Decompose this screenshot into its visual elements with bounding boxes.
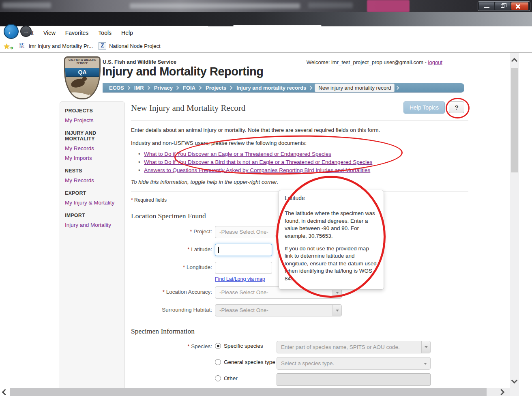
surrounding-habitat-label: Surrounding Habitat:: [131, 304, 215, 313]
breadcrumb: ECOS IMR Privacy FOIA Projects Injury an…: [103, 83, 464, 93]
chevron-down-icon: [425, 346, 428, 348]
sidebar-heading-export: EXPORT: [65, 190, 120, 196]
other-species-radio[interactable]: [215, 375, 221, 381]
window-restore-button[interactable]: [495, 2, 511, 10]
logo-qa-band: QA: [65, 68, 99, 77]
chevron-down-icon: [336, 310, 339, 312]
help-topics-button[interactable]: Help Topics: [403, 101, 445, 114]
chevron-right-icon: [175, 86, 179, 90]
breadcrumb-foia[interactable]: FOIA: [181, 85, 197, 91]
spacer: [131, 357, 215, 359]
fish-graphic: [69, 91, 90, 99]
sidebar-item-my-imports[interactable]: My Imports: [65, 155, 120, 161]
annotation-circle-help-button: [446, 98, 470, 118]
menu-bar: File Edit View Favorites Tools Help: [0, 26, 532, 39]
longitude-label: * Longitude:: [131, 262, 215, 270]
species-combobox[interactable]: Enter part of species name, SPITS or AOU…: [277, 341, 431, 353]
vertical-scrollbar-thumb[interactable]: [511, 68, 518, 172]
logo-artwork: [65, 77, 99, 99]
intro-paragraph-1: Enter details about an animal injury or …: [131, 127, 468, 133]
longitude-input[interactable]: [215, 262, 272, 274]
menu-item-view[interactable]: View: [43, 30, 56, 36]
dropdown-button[interactable]: [421, 341, 430, 353]
back-button[interactable]: ←: [4, 24, 19, 39]
specific-species-radio[interactable]: [215, 343, 221, 349]
fws-qa-logo: U.S. FISH & WILDLIFE SERVICE QA: [64, 56, 101, 99]
background-title-text: [308, 2, 353, 8]
breadcrumb-imr[interactable]: IMR: [133, 85, 146, 91]
logout-link[interactable]: logout: [428, 59, 442, 65]
add-favorite-icon[interactable]: ★ ➜: [3, 42, 12, 50]
chevron-right-icon: [229, 86, 233, 90]
specific-species-label: Specific species: [224, 343, 263, 349]
other-species-label: Other: [224, 375, 238, 381]
vertical-scrollbar[interactable]: [510, 53, 519, 388]
back-icon: ←: [7, 26, 16, 37]
ecos-favicon: ECOS: [18, 43, 26, 49]
text-cursor: [218, 247, 219, 253]
page-content: U.S. FISH & WILDLIFE SERVICE QA U.S. Fis…: [0, 53, 510, 388]
surrounding-habitat-select[interactable]: -Please Select One-: [215, 304, 342, 316]
menu-item-help[interactable]: Help: [121, 30, 133, 36]
project-label: * Project:: [131, 226, 215, 235]
sidebar-item-nest-records[interactable]: My Records: [65, 177, 120, 183]
screen: ← → ECOS https://ecos-qa.fws.doi.net/imr…: [0, 0, 532, 396]
dropdown-button[interactable]: [332, 305, 341, 316]
other-species-input[interactable]: [277, 373, 431, 386]
favorites-item-imr[interactable]: ECOS imr Injury and Mortality Pr...: [18, 43, 93, 49]
sidebar: PROJECTS My Projects INJURY AND MORTALIT…: [60, 101, 125, 388]
general-species-radio[interactable]: [215, 359, 221, 365]
horizontal-scrollbar-thumb[interactable]: [10, 388, 487, 396]
logo-org-text: U.S. FISH & WILDLIFE SERVICE: [65, 58, 99, 68]
find-latlong-map-link[interactable]: Find Lat/Long via map: [215, 276, 265, 282]
scroll-right-icon[interactable]: [498, 389, 505, 396]
chevron-down-icon: [424, 363, 427, 365]
window-minimize-button[interactable]: [478, 2, 495, 10]
sidebar-item-my-projects[interactable]: My Projects: [65, 117, 120, 123]
sidebar-item-import-injury-mortality[interactable]: Injury and Mortality: [65, 222, 120, 228]
spacer: [131, 373, 215, 376]
window-close-button[interactable]: [511, 2, 529, 10]
minimize-icon: [484, 7, 489, 8]
sidebar-heading-projects: PROJECTS: [65, 108, 120, 114]
general-species-label: General species type: [224, 359, 275, 365]
form-row-species-specific: * Species: Specific species Enter part o…: [131, 341, 468, 353]
sidebar-item-my-records[interactable]: My Records: [65, 145, 120, 151]
duck-graphic: [70, 78, 85, 89]
form-row-surrounding-habitat: Surrounding Habitat: -Please Select One-: [131, 304, 468, 316]
form-row-species-general: General species type Select a species ty…: [131, 357, 468, 370]
agency-name: U.S. Fish and Wildlife Service: [103, 59, 176, 65]
background-quick-access-toolbar: [2, 2, 51, 8]
latitude-label: * Latitude:: [131, 244, 215, 252]
menu-item-tools[interactable]: Tools: [98, 30, 112, 36]
breadcrumb-projects[interactable]: Projects: [204, 85, 228, 91]
latitude-input[interactable]: [215, 244, 272, 256]
sidebar-item-export-injury-mortality[interactable]: My Injury & Mortality: [65, 200, 120, 206]
app-title: Injury and Mortality Reporting: [102, 65, 263, 78]
horizontal-scrollbar[interactable]: [0, 388, 510, 396]
section-specimen-heading: Specimen Information: [131, 327, 468, 336]
chevron-right-icon: [146, 86, 150, 90]
favorites-bar: ★ ➜ ECOS imr Injury and Mortality Pr... …: [0, 39, 532, 53]
breadcrumb-privacy[interactable]: Privacy: [152, 85, 174, 91]
window-caption-buttons: [478, 1, 530, 11]
scroll-up-icon[interactable]: [511, 58, 518, 65]
species-type-select[interactable]: Select a species type.: [277, 357, 431, 370]
sidebar-heading-nests: NESTS: [65, 168, 120, 174]
restore-icon: [501, 4, 504, 8]
favorites-item-national-node[interactable]: Z National Node Project: [99, 42, 160, 50]
breadcrumb-ecos[interactable]: ECOS: [107, 85, 126, 91]
chevron-right-icon: [309, 86, 313, 90]
welcome-text: Welcome: imr_test_project_prop user@gmai…: [307, 59, 442, 65]
forward-button[interactable]: →: [20, 26, 32, 37]
menu-item-favorites[interactable]: Favorites: [65, 30, 89, 36]
hide-info-note: To hide this information, toggle help in…: [131, 179, 468, 185]
scrollbar-corner: [510, 388, 519, 396]
chevron-right-icon: [198, 86, 202, 90]
background-document-title: [130, 3, 300, 9]
breadcrumb-records[interactable]: Injury and mortality records: [235, 85, 308, 91]
sidebar-heading-injury-mortality: INJURY AND MORTALITY: [65, 130, 120, 142]
sidebar-heading-import: IMPORT: [65, 213, 120, 218]
scroll-down-icon[interactable]: [511, 377, 518, 384]
form-row-species-other: Other: [131, 373, 468, 386]
